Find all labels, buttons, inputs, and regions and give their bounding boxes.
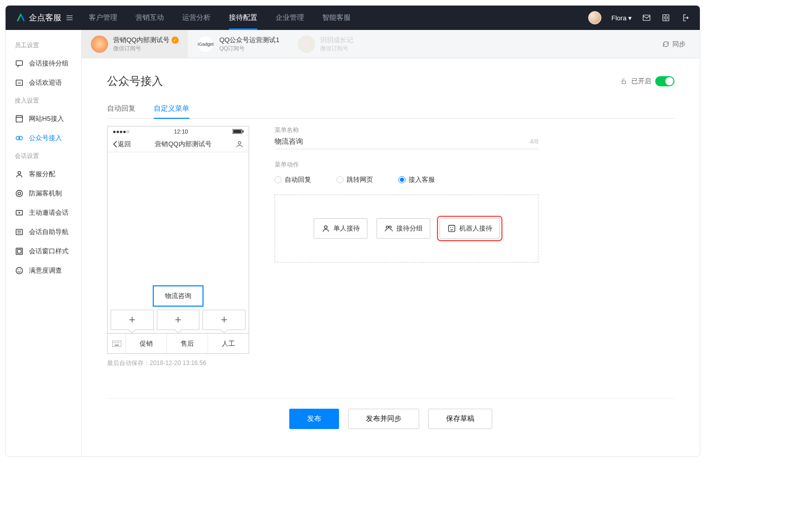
add-submenu-button[interactable]: + <box>157 310 200 330</box>
svg-rect-20 <box>233 130 241 134</box>
account-title: QQ公众号运营测试1 <box>219 36 279 45</box>
nav-item[interactable]: 营销互动 <box>136 6 164 30</box>
verified-badge-icon: ✓ <box>172 37 179 44</box>
sidebar-item-label: 主动邀请会话 <box>29 208 69 217</box>
account-tab[interactable]: 玥玥成长记微信订阅号 <box>289 30 380 58</box>
publish-sync-button[interactable]: 发布并同步 <box>348 409 419 429</box>
sidebar-item[interactable]: 客服分配 <box>6 164 81 184</box>
sidebar-item-icon <box>15 114 24 123</box>
account-avatar <box>298 36 315 53</box>
hamburger-icon[interactable] <box>65 14 74 22</box>
sidebar-item[interactable]: 会话接待分组 <box>6 54 81 73</box>
chevron-left-icon <box>113 141 118 148</box>
phone-menu-item[interactable]: 促销 <box>126 334 167 353</box>
submenu-item[interactable]: 物流咨询 <box>153 285 204 307</box>
top-nav: 企点客服 客户管理营销互动运营分析接待配置企业管理智能客服 Flora ▾ <box>6 6 700 30</box>
person-icon[interactable] <box>235 140 244 148</box>
sub-tabs: 自动回复自定义菜单 <box>107 104 674 119</box>
sidebar-item-icon <box>15 189 24 198</box>
sidebar-item[interactable]: 会话窗口样式 <box>6 242 81 261</box>
enable-toggle[interactable] <box>655 76 674 86</box>
sidebar-item-icon <box>15 170 24 179</box>
account-tab[interactable]: iGadgetQQ公众号运营测试1QQ订阅号 <box>188 30 288 58</box>
radio-dot-icon <box>336 176 344 183</box>
account-tabs: 营销QQ内部测试号 ✓微信订阅号iGadgetQQ公众号运营测试1QQ订阅号玥玥… <box>82 30 700 58</box>
char-count: 4/8 <box>530 138 538 145</box>
svg-rect-32 <box>448 225 455 232</box>
phone-menu-item[interactable]: 售后 <box>167 334 208 353</box>
enabled-label: 已开启 <box>631 77 651 86</box>
sidebar-item[interactable]: 主动邀请会话 <box>6 203 81 222</box>
sidebar-section-title: 会话设置 <box>6 148 81 164</box>
sidebar-item-label: 会话窗口样式 <box>29 247 69 256</box>
svg-rect-18 <box>622 81 626 83</box>
action-radio[interactable]: 接入客服 <box>398 175 435 184</box>
account-tab[interactable]: 营销QQ内部测试号 ✓微信订阅号 <box>82 30 188 58</box>
svg-rect-21 <box>243 130 244 133</box>
reception-option-button[interactable]: 机器人接待 <box>439 218 500 239</box>
svg-point-31 <box>389 226 391 228</box>
phone-menu-item[interactable]: 人工 <box>208 334 249 353</box>
product-logo: 企点客服 <box>16 13 61 23</box>
radio-dot-icon <box>275 176 282 183</box>
sidebar-item-label: 网站H5接入 <box>29 114 64 123</box>
option-label: 接待分组 <box>396 224 423 233</box>
phone-back-button[interactable]: 返回 <box>113 140 131 149</box>
nav-items: 客户管理营销互动运营分析接待配置企业管理智能客服 <box>89 6 351 30</box>
logout-icon[interactable] <box>681 13 690 22</box>
radio-label: 接入客服 <box>409 175 435 184</box>
book-icon[interactable] <box>661 13 670 22</box>
svg-rect-12 <box>16 229 23 235</box>
sidebar-item[interactable]: Hi会话欢迎语 <box>6 73 81 92</box>
option-icon <box>384 224 393 233</box>
svg-text:Hi: Hi <box>18 81 21 85</box>
reception-options: 单人接待接待分组机器人接待 <box>275 194 538 262</box>
svg-rect-0 <box>643 15 650 21</box>
sub-tab[interactable]: 自定义菜单 <box>154 104 189 118</box>
menu-name-input[interactable] <box>275 138 530 146</box>
nav-item[interactable]: 接待配置 <box>229 6 257 30</box>
sidebar-section-title: 接入设置 <box>6 92 81 109</box>
account-title: 营销QQ内部测试号 ✓ <box>113 36 179 45</box>
save-draft-button[interactable]: 保存草稿 <box>428 409 492 429</box>
sub-tab[interactable]: 自动回复 <box>107 104 136 118</box>
nav-item[interactable]: 客户管理 <box>89 6 117 30</box>
phone-preview: ●●●●○ 12:10 返回 营销QQ内部测试号 <box>107 126 249 354</box>
sidebar-item-label: 客服分配 <box>29 170 55 179</box>
account-subtitle: QQ订阅号 <box>219 45 279 52</box>
svg-rect-2 <box>16 61 23 65</box>
publish-button[interactable]: 发布 <box>289 409 339 429</box>
sidebar-item[interactable]: 防漏客机制 <box>6 184 81 203</box>
svg-point-10 <box>18 192 20 194</box>
sidebar-item[interactable]: 满意度调查 <box>6 261 81 280</box>
reception-option-button[interactable]: 接待分组 <box>377 218 430 239</box>
sidebar-item-icon <box>15 266 24 275</box>
mail-icon[interactable] <box>642 13 651 22</box>
add-submenu-button[interactable]: + <box>111 310 154 330</box>
account-avatar: iGadget <box>197 36 214 53</box>
svg-point-8 <box>18 172 20 174</box>
sidebar-item[interactable]: 公众号接入 <box>6 128 81 148</box>
sidebar: 员工设置会话接待分组Hi会话欢迎语接入设置网站H5接入公众号接入会话设置客服分配… <box>6 30 82 456</box>
user-name[interactable]: Flora ▾ <box>612 14 632 22</box>
nav-item[interactable]: 运营分析 <box>182 6 211 30</box>
action-radio[interactable]: 自动回复 <box>275 175 311 184</box>
account-title: 玥玥成长记 <box>320 36 353 45</box>
sidebar-section-title: 员工设置 <box>6 37 81 54</box>
avatar[interactable] <box>588 11 601 24</box>
keyboard-icon[interactable] <box>108 334 126 353</box>
nav-item[interactable]: 企业管理 <box>276 6 304 30</box>
sidebar-item[interactable]: 会话自助导航 <box>6 222 81 242</box>
phone-time: 12:10 <box>174 128 188 135</box>
sidebar-item[interactable]: 网站H5接入 <box>6 109 81 128</box>
option-label: 机器人接待 <box>459 224 492 233</box>
action-radio[interactable]: 跳转网页 <box>336 175 373 184</box>
svg-point-27 <box>118 342 119 343</box>
svg-point-33 <box>450 227 451 228</box>
sync-button[interactable]: 同步 <box>648 30 700 58</box>
reception-option-button[interactable]: 单人接待 <box>314 218 367 239</box>
account-subtitle: 微信订阅号 <box>320 45 353 52</box>
nav-item[interactable]: 智能客服 <box>322 6 351 30</box>
svg-rect-5 <box>16 116 23 122</box>
add-submenu-button[interactable]: + <box>202 310 246 330</box>
